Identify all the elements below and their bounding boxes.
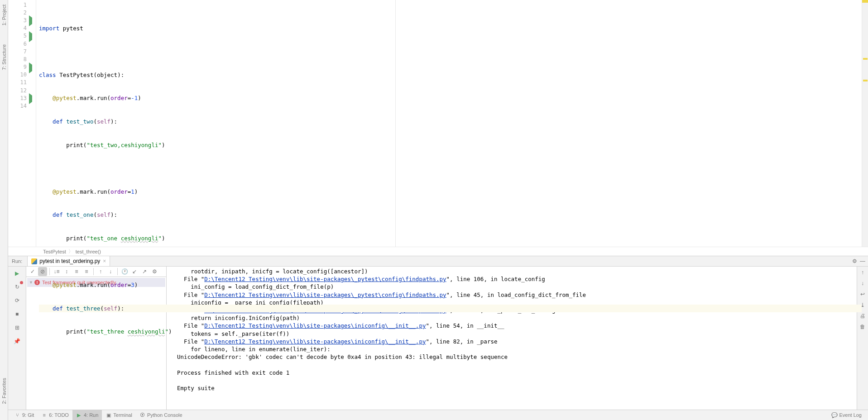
chevron-down-icon[interactable]: ▼ (29, 280, 33, 285)
run-left-toolbar: ▶ ↻ ⟳ ■ ⊞ 📌 (8, 267, 26, 410)
bottom-event-log[interactable]: 💬 Event Log (828, 412, 865, 418)
sidebar-project-tab[interactable]: 1: Project (1, 2, 7, 28)
rerun-failed-button[interactable]: ↻ (12, 282, 22, 292)
pytest-icon (31, 258, 37, 264)
gutter-line[interactable]: 7 (8, 48, 36, 55)
gutter-line[interactable]: 1 (8, 1, 36, 9)
left-tool-sidebar: 1: Project 7: Structure 2: Favorites (0, 0, 8, 420)
python-icon: ⦿ (139, 412, 145, 418)
git-icon: ⑂ (14, 412, 20, 418)
run-gutter-icon[interactable] (29, 18, 34, 23)
bottom-todo[interactable]: ≡ 6: TODO (38, 410, 72, 420)
editor-gutter[interactable]: 1 2 3 4 5 6 7 8 9 10 11 12 13 14 (8, 0, 36, 247)
pin-button[interactable]: 📌 (12, 336, 22, 346)
bottom-status-bar: ⑂ 9: Git ≡ 6: TODO ▶ 4: Run ▣ Terminal ⦿… (8, 410, 868, 420)
sidebar-structure-tab[interactable]: 7: Structure (1, 42, 7, 73)
editor-area: 1 2 3 4 5 6 7 8 9 10 11 12 13 14 import … (8, 0, 868, 247)
gutter-line[interactable]: 14 (8, 102, 36, 110)
run-gutter-icon[interactable] (29, 65, 34, 70)
run-gutter-icon[interactable] (29, 33, 34, 38)
play-icon: ▶ (76, 412, 82, 418)
editor-scrollbar[interactable] (862, 0, 868, 247)
rerun-button[interactable]: ▶ (12, 268, 22, 278)
bottom-python-console[interactable]: ⦿ Python Console (136, 410, 186, 420)
editor-ruler (395, 0, 396, 247)
event-log-icon: 💬 (831, 412, 837, 418)
gutter-line[interactable]: 11 (8, 79, 36, 86)
gutter-line[interactable]: 6 (8, 40, 36, 48)
gutter-line[interactable]: 3 (8, 16, 36, 24)
gutter-line[interactable]: 5 (8, 32, 36, 40)
gutter-line[interactable]: 8 (8, 55, 36, 63)
gutter-line[interactable]: 9 (8, 63, 36, 71)
bottom-git[interactable]: ⑂ 9: Git (11, 410, 38, 420)
run-gutter-icon[interactable] (29, 95, 34, 100)
code-editor[interactable]: import pytest class TestPytest(object): … (36, 0, 862, 247)
bottom-run[interactable]: ▶ 4: Run (72, 410, 102, 420)
sidebar-favorites-tab[interactable]: 2: Favorites (1, 375, 7, 406)
run-label: Run: (12, 258, 22, 264)
bottom-terminal[interactable]: ▣ Terminal (102, 410, 136, 420)
layout-button[interactable]: ⊞ (12, 323, 22, 333)
terminal-icon: ▣ (106, 412, 111, 418)
stop-button[interactable]: ■ (12, 309, 22, 319)
todo-icon: ≡ (41, 412, 47, 418)
main-content: 1 2 3 4 5 6 7 8 9 10 11 12 13 14 import … (8, 0, 868, 420)
gutter-line[interactable]: 13 (8, 94, 36, 102)
toggle-auto-test-button[interactable]: ⟳ (12, 296, 22, 305)
show-passed-button[interactable]: ✓ (28, 267, 37, 276)
gutter-line[interactable]: 10 (8, 71, 36, 79)
